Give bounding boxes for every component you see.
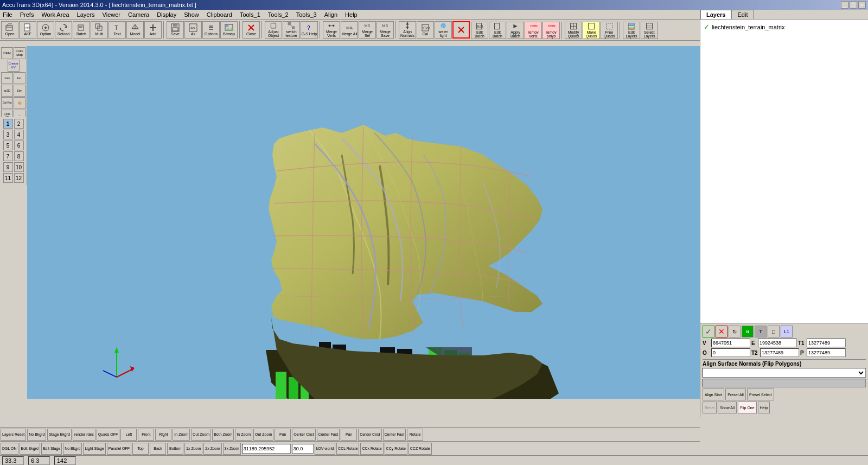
btn-show-all[interactable]: Show All — [718, 402, 737, 413]
num-btn-7[interactable]: 7 — [3, 151, 13, 161]
btn-center-fast2[interactable]: Center Fast — [383, 429, 406, 441]
btn-left[interactable]: Left — [120, 429, 137, 441]
t1-input[interactable] — [807, 339, 846, 347]
btn-back[interactable]: Back — [150, 443, 166, 455]
layer-item[interactable]: ✓ liechtenstein_terrain_matrix — [703, 22, 866, 32]
num-btn-8[interactable]: 8 — [14, 151, 24, 161]
zoom-value-input[interactable] — [242, 444, 291, 454]
btn-edit-batch[interactable]: Edit Batch Edit Batch — [471, 22, 488, 39]
num-btn-10[interactable]: 10 — [14, 162, 24, 172]
menu-file[interactable]: File — [1, 11, 14, 18]
close-button[interactable]: × — [858, 1, 866, 9]
align-normals-dropdown[interactable] — [703, 368, 866, 378]
rotation-value-input[interactable] — [292, 444, 314, 454]
btn-option[interactable]: Option — [37, 21, 54, 39]
btn-remove-similar-polys[interactable]: remov polys remov polys — [542, 22, 560, 39]
btn-remove-similar-verts[interactable]: remov similar verts remov verts — [525, 22, 542, 39]
btn-2x-zoom[interactable]: 2x Zoom — [203, 443, 221, 455]
num-btn-2[interactable]: 2 — [14, 119, 24, 129]
btn-open[interactable]: Open — [1, 21, 18, 39]
btn-3x-zoom[interactable]: 3x Zoom — [223, 443, 241, 455]
btn-akf[interactable]: AKF AKF — [19, 21, 36, 39]
btn-bitmap[interactable]: Bitmap — [220, 21, 238, 39]
menu-help[interactable]: Help — [343, 11, 359, 18]
btn-similar[interactable]: Sim — [14, 85, 25, 97]
btn-align-normals[interactable]: Align Normals — [399, 21, 416, 39]
btn-select-layers[interactable]: Select Layers — [641, 22, 658, 39]
num-btn-5[interactable]: 5 — [3, 141, 13, 150]
btn-ccl-rotate[interactable]: CCL Rotate — [336, 443, 359, 455]
p-input[interactable] — [807, 348, 846, 357]
num-btn-9[interactable]: 9 — [3, 162, 13, 172]
titlebar-controls[interactable]: _ □ × — [841, 1, 866, 9]
btn-front[interactable]: Front — [138, 429, 154, 441]
btn-flip-one[interactable]: Flip One — [738, 402, 756, 413]
btn-colors-rotate[interactable]: Col Rot — [1, 97, 13, 109]
btn-close[interactable]: Close — [242, 21, 260, 39]
btn-preset-select[interactable]: Preset Select — [747, 388, 774, 400]
btn-ccz-rotate[interactable]: CCZ Rotate — [409, 443, 432, 455]
btn-pan[interactable]: Pan — [275, 429, 291, 441]
btn-quads-off[interactable]: Quads OFF — [97, 429, 120, 441]
btn-options[interactable]: Options — [202, 21, 220, 39]
btn-dgl-on[interactable]: DGL ON — [1, 443, 18, 455]
btn-model[interactable]: Model — [126, 21, 144, 39]
btn-out-zoom2[interactable]: Out Zoom — [253, 429, 273, 441]
btn-edit-bkgrd[interactable]: Edit Bkgrd — [20, 443, 40, 455]
num-btn-4[interactable]: 4 — [14, 130, 24, 139]
btn-rotate-bottom[interactable]: Rotate — [407, 429, 423, 441]
tab-edit[interactable]: Edit — [731, 10, 754, 19]
btn-merge-save[interactable]: MS Merge Save — [376, 21, 394, 39]
btn-confirm-green[interactable]: ✓ — [703, 326, 714, 337]
menu-tools2[interactable]: Tools_2 — [266, 11, 290, 18]
btn-edit-layers[interactable]: Edit Layers — [623, 22, 640, 39]
btn-in-zoom[interactable]: In Zoom — [173, 429, 190, 441]
btn-switch-texture[interactable]: switch texture — [283, 21, 300, 39]
num-btn-11[interactable]: 11 — [3, 173, 13, 183]
btn-join[interactable]: Join — [1, 72, 13, 84]
o-input[interactable] — [711, 348, 750, 357]
menu-tools3[interactable]: Tools_3 — [295, 11, 318, 18]
btn-merge-verts[interactable]: Merge Verts — [323, 21, 340, 39]
btn-center-cnst2[interactable]: Center Cnst — [358, 429, 381, 441]
btn-merge-all[interactable]: MA Merge All — [341, 21, 358, 39]
btn-n-icon[interactable]: N — [742, 326, 754, 337]
btn-ccx-rotate[interactable]: CCx Rotate — [360, 443, 383, 455]
btn-center-cnst[interactable]: Center Cnst — [292, 429, 315, 441]
btn-to3d[interactable]: to3D — [1, 85, 13, 97]
btn-stage-render[interactable]: render rdes — [73, 429, 95, 441]
btn-rotate-arrows[interactable]: ↻ — [729, 326, 741, 337]
btn-light-stage[interactable]: Light Stage — [83, 443, 105, 455]
tab-layers[interactable]: Layers — [700, 10, 731, 19]
menu-prefs[interactable]: Prefs — [18, 11, 36, 18]
btn-both-zoom[interactable]: Both Zoom — [212, 429, 234, 441]
btn-free-quads[interactable]: Free Quads — [601, 22, 618, 39]
num-btn-12[interactable]: 12 — [14, 173, 24, 183]
btn-save[interactable]: Save — [167, 21, 184, 39]
btn-cancel-red[interactable]: ✕ — [716, 326, 727, 337]
btn-modify-quads[interactable]: Modify Quads — [565, 22, 582, 39]
btn-text[interactable]: T Text — [108, 21, 126, 39]
btn-save-as[interactable]: As As — [184, 21, 202, 39]
maximize-button[interactable]: □ — [850, 1, 857, 9]
e-input[interactable] — [758, 339, 797, 347]
btn-adjust-object[interactable]: Adjust Object — [265, 21, 282, 39]
btn-batch[interactable]: Batch — [73, 21, 90, 39]
btn-bottom-view[interactable]: Bottom — [167, 443, 183, 455]
menu-camera[interactable]: Camera — [126, 11, 151, 18]
btn-cal[interactable]: Cal Cal — [417, 21, 434, 39]
num-btn-3[interactable]: 3 — [3, 130, 13, 139]
btn-1x-zoom[interactable]: 1x Zoom — [184, 443, 202, 455]
btn-ccy-rotate[interactable]: CCy Rotate — [385, 443, 407, 455]
btn-square-icon[interactable]: □ — [768, 326, 780, 337]
menu-tools1[interactable]: Tools_1 — [238, 11, 262, 18]
layer-visibility-check[interactable]: ✓ — [704, 23, 710, 31]
btn-apply-batch[interactable]: Apply Batch — [507, 22, 524, 39]
btn-align-start[interactable]: Align Start — [703, 388, 724, 400]
menu-align[interactable]: Align — [323, 11, 339, 18]
btn-right[interactable]: Right — [155, 429, 171, 441]
btn-reload[interactable]: Reload — [55, 21, 72, 39]
btn-x-check[interactable] — [452, 21, 470, 39]
btn-layers-reset[interactable]: Layers Reset — [1, 429, 26, 441]
btn-pan2[interactable]: Pan — [341, 429, 357, 441]
